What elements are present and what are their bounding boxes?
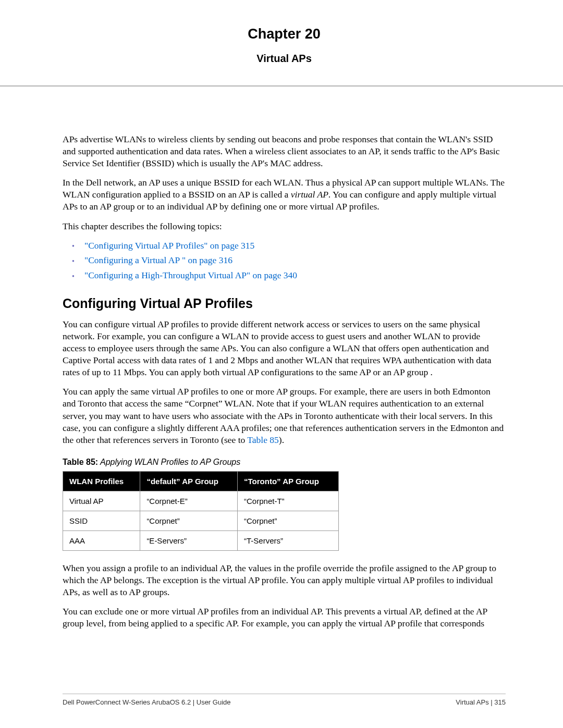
cell: “Corpnet”	[238, 511, 339, 530]
paragraph: You can apply the same virtual AP profil…	[63, 386, 506, 446]
divider	[0, 85, 563, 87]
cell: Virtual AP	[63, 491, 140, 511]
topic-list: "Configuring Virtual AP Profiles" on pag…	[72, 240, 506, 281]
paragraph: You can exclude one or more virtual AP p…	[63, 606, 506, 630]
paragraph: APs advertise WLANs to wireless clients …	[63, 133, 506, 169]
table-header-row: WLAN Profiles “default” AP Group “Toront…	[63, 471, 339, 491]
page: Chapter 20 Virtual APs APs advertise WLA…	[0, 0, 563, 728]
toc-link[interactable]: "Configuring a Virtual AP " on page 316	[84, 255, 232, 265]
paragraph: You can configure virtual AP profiles to…	[63, 318, 506, 378]
paragraph: This chapter describes the following top…	[63, 220, 506, 232]
subtitle: Virtual APs	[63, 53, 506, 65]
cell: “E-Servers”	[140, 530, 238, 550]
table-row: AAA “E-Servers” “T-Servers”	[63, 530, 339, 550]
text-run: ).	[279, 435, 284, 445]
paragraph: When you assign a profile to an individu…	[63, 562, 506, 598]
table-row: SSID “Corpnet” “Corpnet”	[63, 511, 339, 530]
text-italic: virtual AP	[291, 189, 328, 200]
cell: SSID	[63, 511, 140, 530]
chapter-title: Chapter 20	[63, 26, 506, 42]
table-caption: Table 85: Applying WLAN Profiles to AP G…	[63, 458, 506, 467]
toc-link[interactable]: "Configuring Virtual AP Profiles" on pag…	[84, 240, 254, 251]
list-item: "Configuring Virtual AP Profiles" on pag…	[72, 240, 506, 252]
cell: “Corpnet”	[140, 511, 238, 530]
col-header: “Toronto” AP Group	[238, 471, 339, 491]
cell: “T-Servers”	[238, 530, 339, 550]
col-header: WLAN Profiles	[63, 471, 140, 491]
list-item: "Configuring a Virtual AP " on page 316	[72, 254, 506, 266]
section-heading: Configuring Virtual AP Profiles	[63, 296, 506, 311]
cell: “Corpnet-T”	[238, 491, 339, 511]
paragraph: In the Dell network, an AP uses a unique…	[63, 177, 506, 213]
table-ref-link[interactable]: Table 85	[247, 435, 279, 445]
toc-link[interactable]: "Configuring a High-Throughput Virtual A…	[84, 270, 297, 280]
caption-italic: Applying WLAN Profiles to AP Groups	[98, 458, 240, 466]
cell: “Corpnet-E”	[140, 491, 238, 511]
list-item: "Configuring a High-Throughput Virtual A…	[72, 269, 506, 281]
wlan-profiles-table: WLAN Profiles “default” AP Group “Toront…	[63, 471, 339, 551]
col-header: “default” AP Group	[140, 471, 238, 491]
footer-right: Virtual APs | 315	[456, 698, 506, 706]
table-row: Virtual AP “Corpnet-E” “Corpnet-T”	[63, 491, 339, 511]
footer: Dell PowerConnect W-Series ArubaOS 6.2 |…	[63, 694, 506, 706]
cell: AAA	[63, 530, 140, 550]
footer-left: Dell PowerConnect W-Series ArubaOS 6.2 |…	[63, 698, 231, 706]
caption-bold: Table 85:	[63, 458, 98, 466]
